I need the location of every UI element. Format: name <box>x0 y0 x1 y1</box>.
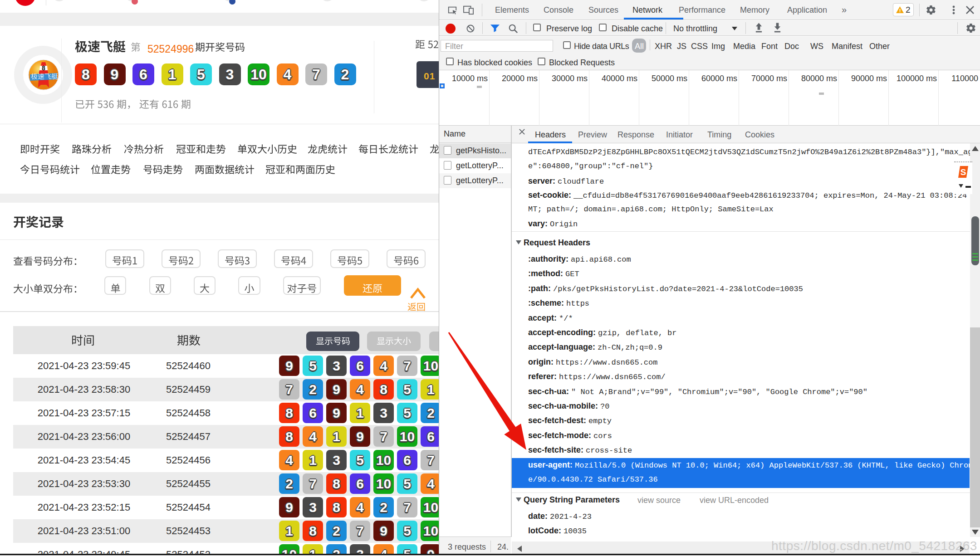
svg-text:S: S <box>960 167 966 177</box>
svg-text:8: 8 <box>42 64 45 72</box>
